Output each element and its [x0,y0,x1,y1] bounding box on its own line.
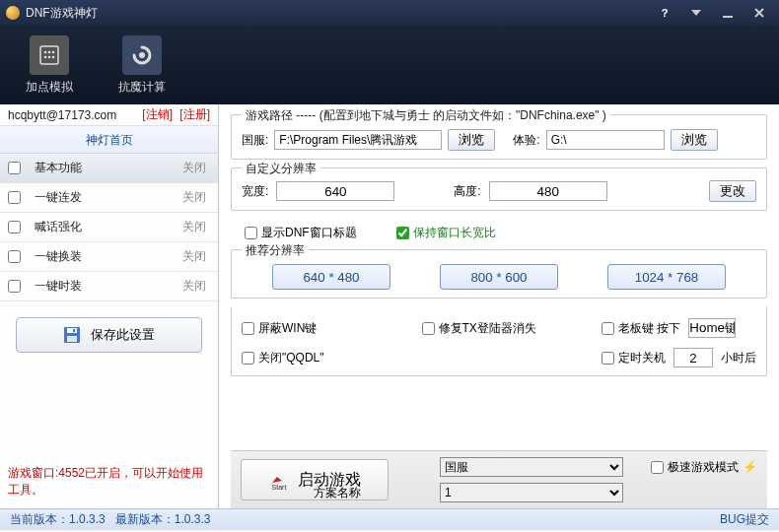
keep-ratio-checkbox[interactable]: 保持窗口长宽比 [396,225,496,241]
sidebar-item-label: 一键换装 [35,248,182,265]
sidebar-item-label: 一键连发 [35,189,182,206]
save-button-label: 保存此设置 [91,326,155,344]
close-qqdl-checkbox[interactable]: 关闭"QQDL" [242,350,406,366]
sidebar-checkbox[interactable] [8,280,21,293]
fast-mode-checkbox[interactable]: 极速游戏模式 ⚡ [631,459,757,476]
toolbar-resist-calc[interactable]: 抗魔计算 [110,30,174,101]
svg-point-11 [52,55,55,58]
minimize-button[interactable] [714,4,742,22]
sidebar-checkbox[interactable] [8,162,21,174]
sidebar-header[interactable]: 神灯首页 [0,126,218,154]
sidebar-item-status: 关闭 [182,248,206,265]
sidebar-item-shout[interactable]: 喊话强化 关闭 [0,213,218,242]
save-settings-button[interactable]: 保存此设置 [16,317,202,353]
bug-report-link[interactable]: BUG提交 [720,511,769,528]
svg-point-12 [139,52,145,58]
plan-label: 方案名称 [314,485,432,501]
start-icon: Start [268,469,290,491]
register-link[interactable]: [注册] [179,107,210,121]
sidebar-item-label: 基本功能 [35,160,182,176]
res-640-button[interactable]: 640 * 480 [272,264,390,290]
sidebar-item-status: 关闭 [182,189,206,206]
res-800-button[interactable]: 800 * 600 [440,264,558,290]
svg-point-9 [44,55,47,58]
svg-text:Start: Start [272,484,287,491]
sidebar-item-label: 一键时装 [35,278,182,295]
svg-text:?: ? [662,7,669,19]
svg-rect-2 [723,16,733,18]
game-window-notice: 游戏窗口:4552已开启，可以开始使用工具。 [0,459,218,508]
tiyan-label: 体验: [513,132,539,149]
close-button[interactable] [745,4,773,22]
shield-win-checkbox[interactable]: 屏蔽WIN键 [242,320,406,337]
sidebar-checkbox[interactable] [8,250,21,263]
sidebar-item-status: 关闭 [182,160,206,176]
sidebar-item-status: 关闭 [182,278,206,295]
svg-point-10 [48,55,51,58]
save-icon [63,326,81,344]
boss-key-checkbox[interactable]: 老板键 按下 [602,318,756,338]
latest-version: 最新版本：1.0.3.3 [115,511,211,528]
fix-tx-checkbox[interactable]: 修复TX登陆器消失 [422,320,587,337]
browse-guofu-button[interactable]: 浏览 [448,129,495,151]
svg-rect-5 [40,46,58,64]
svg-rect-16 [73,329,75,332]
sidebar-checkbox[interactable] [8,191,21,204]
svg-point-8 [52,50,55,53]
sidebar-item-status: 关闭 [182,219,206,235]
svg-rect-15 [67,336,77,342]
dropdown-button[interactable] [682,4,710,22]
toolbar-label: 抗魔计算 [118,79,166,96]
sidebar-item-label: 喊话强化 [35,219,182,235]
boss-key-input[interactable] [688,318,736,338]
logout-link[interactable]: [注销] [142,107,173,121]
svg-point-7 [48,50,51,53]
timer-shutdown-checkbox[interactable]: 定时关机小时后 [602,348,756,367]
current-version: 当前版本：1.0.3.3 [10,511,106,528]
swirl-icon [122,35,162,75]
tiyan-path-input[interactable] [546,130,665,150]
path-legend: 游戏路径 ----- (配置到地下城与勇士 的启动文件如："DNFchina.e… [242,107,610,124]
timer-hours-input[interactable] [673,348,713,367]
guofu-label: 国服: [242,132,268,149]
toolbar-add-sim[interactable]: 加点模拟 [18,30,81,101]
svg-rect-14 [67,328,77,333]
lightning-icon: ⚡ [743,460,757,474]
sidebar-item-combo[interactable]: 一键连发 关闭 [0,183,218,213]
sidebar-item-fashion[interactable]: 一键时装 关闭 [0,272,218,301]
window-title: DNF游戏神灯 [26,5,647,22]
sidebar-item-equip[interactable]: 一键换装 关闭 [0,242,218,272]
sidebar-item-basic[interactable]: 基本功能 关闭 [0,154,218,183]
guofu-path-input[interactable] [274,130,442,150]
server-select[interactable]: 国服 [440,457,623,477]
user-email: hcqbytt@17173.com [8,108,116,122]
height-input[interactable] [489,181,607,201]
custom-res-legend: 自定义分辨率 [242,161,320,177]
app-logo-icon [6,6,20,20]
toolbar-label: 加点模拟 [26,79,73,96]
width-input[interactable] [276,181,394,201]
help-button[interactable]: ? [651,4,678,22]
change-res-button[interactable]: 更改 [709,180,756,202]
browse-tiyan-button[interactable]: 浏览 [671,129,718,151]
rec-res-legend: 推荐分辨率 [242,242,309,259]
plan-select[interactable]: 1 [440,483,623,502]
svg-marker-1 [691,10,701,16]
res-1024-button[interactable]: 1024 * 768 [607,264,726,290]
show-title-checkbox[interactable]: 显示DNF窗口标题 [245,225,357,241]
height-label: 高度: [454,183,480,200]
svg-point-6 [44,50,47,53]
calculator-icon [30,35,69,75]
sidebar-checkbox[interactable] [8,221,21,233]
width-label: 宽度: [242,183,268,200]
